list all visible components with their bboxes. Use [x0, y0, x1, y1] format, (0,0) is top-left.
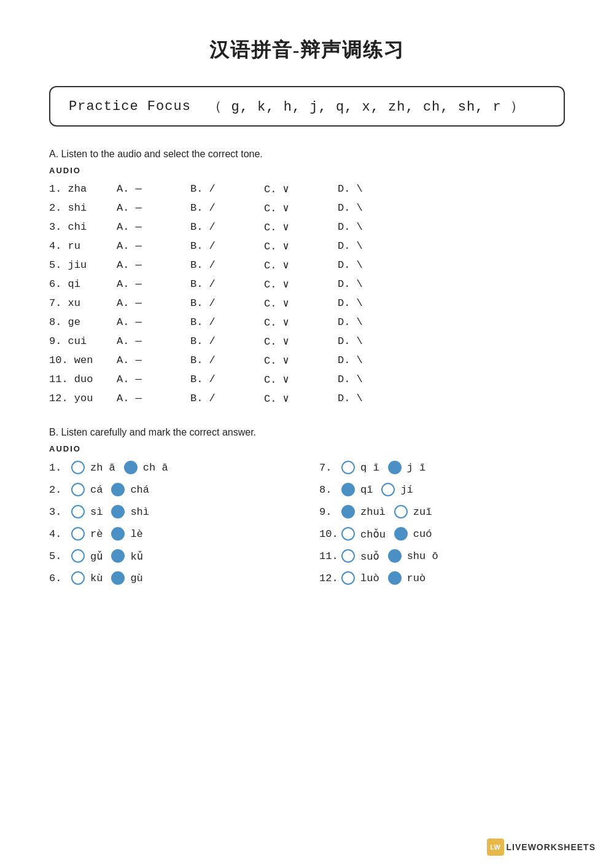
b-circle-2[interactable] — [111, 527, 125, 541]
b-item-2[interactable]: chá — [111, 483, 149, 496]
b-circle-2[interactable] — [111, 505, 125, 518]
b-circle-2[interactable] — [124, 461, 138, 474]
tone-option-d[interactable]: D. \ — [338, 202, 411, 214]
tone-option-b[interactable]: B. / — [190, 316, 264, 328]
tone-option-d[interactable]: D. \ — [338, 240, 411, 252]
b-item-2[interactable]: lè — [111, 527, 142, 541]
b-item-2[interactable]: zuī — [394, 505, 432, 518]
b-item-1[interactable]: qī — [341, 483, 373, 496]
b-circle-2[interactable] — [388, 571, 402, 585]
b-circle-1[interactable] — [71, 505, 85, 518]
b-circle-1[interactable] — [71, 571, 85, 585]
section-a-instruction: A. Listen to the audio and select the co… — [49, 149, 565, 160]
b-item-2[interactable]: gù — [111, 571, 142, 585]
tone-option-d[interactable]: D. \ — [338, 373, 411, 385]
tone-option-b[interactable]: B. / — [190, 259, 264, 271]
tone-option-a[interactable]: A. — — [117, 202, 190, 214]
tone-option-d[interactable]: D. \ — [338, 278, 411, 290]
tone-option-b[interactable]: B. / — [190, 202, 264, 214]
tone-option-c[interactable]: C. ∨ — [264, 278, 338, 291]
tone-option-c[interactable]: C. ∨ — [264, 316, 338, 329]
tone-option-a[interactable]: A. — — [117, 297, 190, 309]
tone-option-c[interactable]: C. ∨ — [264, 182, 338, 195]
b-circle-2[interactable] — [381, 483, 395, 496]
b-circle-2[interactable] — [388, 549, 402, 563]
tone-option-a[interactable]: A. — — [117, 393, 190, 404]
b-circle-1[interactable] — [341, 505, 355, 518]
tone-option-a[interactable]: A. — — [117, 335, 190, 347]
tone-option-d[interactable]: D. \ — [338, 393, 411, 404]
tone-option-d[interactable]: D. \ — [338, 354, 411, 366]
tone-option-d[interactable]: D. \ — [338, 297, 411, 309]
b-item-2[interactable]: j ī — [388, 461, 426, 474]
tone-option-c[interactable]: C. ∨ — [264, 335, 338, 348]
b-item-2[interactable]: shu ō — [388, 549, 438, 563]
b-circle-1[interactable] — [71, 483, 85, 496]
tone-option-c[interactable]: C. ∨ — [264, 221, 338, 233]
b-item-1[interactable]: kù — [71, 571, 103, 585]
b-item-1[interactable]: gǔ — [71, 549, 103, 563]
tone-option-c[interactable]: C. ∨ — [264, 297, 338, 310]
tone-option-a[interactable]: A. — — [117, 316, 190, 328]
tone-option-b[interactable]: B. / — [190, 393, 264, 404]
tone-option-b[interactable]: B. / — [190, 221, 264, 233]
b-row-num: 11. — [319, 550, 338, 562]
b-circle-1[interactable] — [341, 461, 355, 474]
tone-option-d[interactable]: D. \ — [338, 183, 411, 195]
tone-option-c[interactable]: C. ∨ — [264, 392, 338, 405]
b-item-1[interactable]: chǒu — [341, 527, 386, 541]
b-item-1[interactable]: rè — [71, 527, 103, 541]
tone-option-a[interactable]: A. — — [117, 221, 190, 233]
tone-option-a[interactable]: A. — — [117, 240, 190, 252]
b-item-2[interactable]: ch ā — [124, 461, 168, 474]
tone-option-c[interactable]: C. ∨ — [264, 354, 338, 367]
tone-option-b[interactable]: B. / — [190, 183, 264, 195]
tone-option-d[interactable]: D. \ — [338, 335, 411, 347]
tone-option-c[interactable]: C. ∨ — [264, 259, 338, 272]
b-circle-2[interactable] — [111, 549, 125, 563]
b-circle-1[interactable] — [71, 461, 85, 474]
tone-option-a[interactable]: A. — — [117, 278, 190, 290]
tone-option-d[interactable]: D. \ — [338, 316, 411, 328]
b-item-2[interactable]: ruò — [388, 571, 426, 585]
tone-option-c[interactable]: C. ∨ — [264, 373, 338, 386]
tone-option-a[interactable]: A. — — [117, 183, 190, 195]
b-item-1[interactable]: suǒ — [341, 549, 379, 563]
b-circle-2[interactable] — [111, 571, 125, 585]
tone-option-d[interactable]: D. \ — [338, 221, 411, 233]
b-circle-1[interactable] — [341, 549, 355, 563]
b-item-2[interactable]: kǔ — [111, 549, 142, 563]
b-circle-2[interactable] — [111, 483, 125, 496]
b-circle-2[interactable] — [394, 527, 408, 541]
tone-option-b[interactable]: B. / — [190, 240, 264, 252]
tone-option-b[interactable]: B. / — [190, 297, 264, 309]
tone-option-d[interactable]: D. \ — [338, 259, 411, 271]
tone-option-c[interactable]: C. ∨ — [264, 201, 338, 214]
b-item-1[interactable]: q ī — [341, 461, 379, 474]
b-item-2[interactable]: jí — [381, 483, 413, 496]
tone-option-b[interactable]: B. / — [190, 354, 264, 366]
b-circle-1[interactable] — [71, 527, 85, 541]
b-item-1[interactable]: zh ā — [71, 461, 115, 474]
b-circle-1[interactable] — [341, 483, 355, 496]
b-item-1[interactable]: cá — [71, 483, 103, 496]
tone-option-b[interactable]: B. / — [190, 335, 264, 347]
tone-option-a[interactable]: A. — — [117, 259, 190, 271]
b-item-1[interactable]: luò — [341, 571, 379, 585]
b-item-1[interactable]: sì — [71, 505, 103, 518]
b-circle-2[interactable] — [388, 461, 402, 474]
b-item-2[interactable]: cuó — [394, 527, 432, 541]
b-item-1[interactable]: zhuì — [341, 505, 386, 518]
tone-option-a[interactable]: A. — — [117, 373, 190, 385]
b-item-2[interactable]: shì — [111, 505, 149, 518]
b-circle-2[interactable] — [394, 505, 408, 518]
b-row-num: 6. — [49, 573, 68, 584]
tone-number: 11. duo — [49, 373, 117, 385]
b-circle-1[interactable] — [71, 549, 85, 563]
tone-option-c[interactable]: C. ∨ — [264, 240, 338, 252]
tone-option-b[interactable]: B. / — [190, 373, 264, 385]
tone-option-a[interactable]: A. — — [117, 354, 190, 366]
b-circle-1[interactable] — [341, 571, 355, 585]
tone-option-b[interactable]: B. / — [190, 278, 264, 290]
b-circle-1[interactable] — [341, 527, 355, 541]
